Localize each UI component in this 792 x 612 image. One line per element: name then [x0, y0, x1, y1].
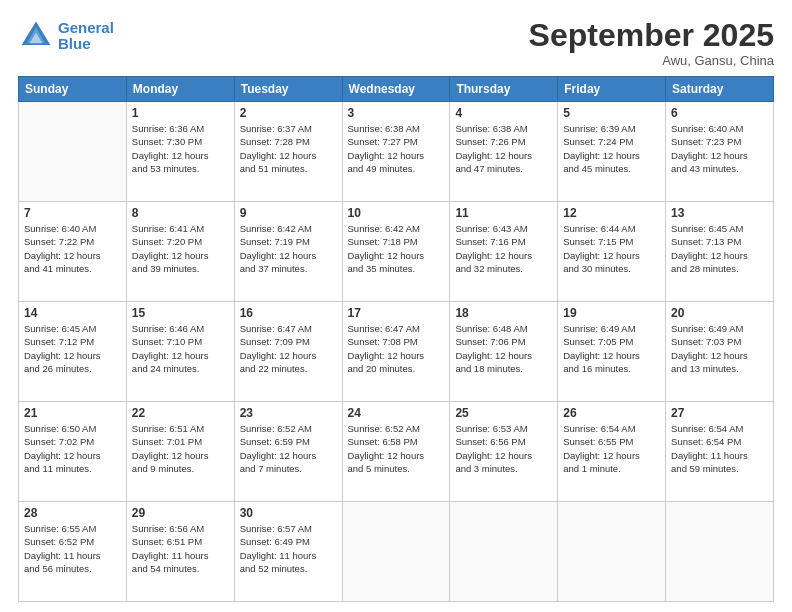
- calendar-week-row: 28Sunrise: 6:55 AM Sunset: 6:52 PM Dayli…: [19, 502, 774, 602]
- calendar-cell: 12Sunrise: 6:44 AM Sunset: 7:15 PM Dayli…: [558, 202, 666, 302]
- day-number: 6: [671, 106, 768, 120]
- calendar-cell: 4Sunrise: 6:38 AM Sunset: 7:26 PM Daylig…: [450, 102, 558, 202]
- day-info: Sunrise: 6:52 AM Sunset: 6:58 PM Dayligh…: [348, 422, 445, 475]
- calendar-day-header: Tuesday: [234, 77, 342, 102]
- day-info: Sunrise: 6:38 AM Sunset: 7:26 PM Dayligh…: [455, 122, 552, 175]
- calendar-cell: 10Sunrise: 6:42 AM Sunset: 7:18 PM Dayli…: [342, 202, 450, 302]
- calendar-cell: [450, 502, 558, 602]
- logo-line1: General: [58, 19, 114, 36]
- day-number: 2: [240, 106, 337, 120]
- day-number: 17: [348, 306, 445, 320]
- calendar-cell: 18Sunrise: 6:48 AM Sunset: 7:06 PM Dayli…: [450, 302, 558, 402]
- day-number: 19: [563, 306, 660, 320]
- day-info: Sunrise: 6:51 AM Sunset: 7:01 PM Dayligh…: [132, 422, 229, 475]
- calendar-cell: 28Sunrise: 6:55 AM Sunset: 6:52 PM Dayli…: [19, 502, 127, 602]
- day-number: 22: [132, 406, 229, 420]
- calendar-cell: 30Sunrise: 6:57 AM Sunset: 6:49 PM Dayli…: [234, 502, 342, 602]
- logo-text: General Blue: [58, 20, 114, 53]
- day-number: 30: [240, 506, 337, 520]
- logo: General Blue: [18, 18, 114, 54]
- day-info: Sunrise: 6:37 AM Sunset: 7:28 PM Dayligh…: [240, 122, 337, 175]
- day-number: 5: [563, 106, 660, 120]
- page: General Blue September 2025 Awu, Gansu, …: [0, 0, 792, 612]
- calendar-cell: 3Sunrise: 6:38 AM Sunset: 7:27 PM Daylig…: [342, 102, 450, 202]
- day-number: 29: [132, 506, 229, 520]
- day-info: Sunrise: 6:39 AM Sunset: 7:24 PM Dayligh…: [563, 122, 660, 175]
- day-number: 4: [455, 106, 552, 120]
- day-number: 20: [671, 306, 768, 320]
- day-info: Sunrise: 6:40 AM Sunset: 7:22 PM Dayligh…: [24, 222, 121, 275]
- day-info: Sunrise: 6:45 AM Sunset: 7:12 PM Dayligh…: [24, 322, 121, 375]
- day-number: 8: [132, 206, 229, 220]
- location: Awu, Gansu, China: [529, 53, 774, 68]
- calendar-cell: 6Sunrise: 6:40 AM Sunset: 7:23 PM Daylig…: [666, 102, 774, 202]
- calendar-cell: 20Sunrise: 6:49 AM Sunset: 7:03 PM Dayli…: [666, 302, 774, 402]
- calendar-cell: [558, 502, 666, 602]
- day-number: 23: [240, 406, 337, 420]
- calendar-day-header: Sunday: [19, 77, 127, 102]
- day-number: 7: [24, 206, 121, 220]
- calendar-cell: 23Sunrise: 6:52 AM Sunset: 6:59 PM Dayli…: [234, 402, 342, 502]
- calendar-cell: 21Sunrise: 6:50 AM Sunset: 7:02 PM Dayli…: [19, 402, 127, 502]
- calendar-cell: 9Sunrise: 6:42 AM Sunset: 7:19 PM Daylig…: [234, 202, 342, 302]
- day-info: Sunrise: 6:42 AM Sunset: 7:19 PM Dayligh…: [240, 222, 337, 275]
- day-number: 25: [455, 406, 552, 420]
- calendar-cell: 27Sunrise: 6:54 AM Sunset: 6:54 PM Dayli…: [666, 402, 774, 502]
- day-info: Sunrise: 6:44 AM Sunset: 7:15 PM Dayligh…: [563, 222, 660, 275]
- calendar-cell: [666, 502, 774, 602]
- title-block: September 2025 Awu, Gansu, China: [529, 18, 774, 68]
- day-info: Sunrise: 6:50 AM Sunset: 7:02 PM Dayligh…: [24, 422, 121, 475]
- calendar-cell: 29Sunrise: 6:56 AM Sunset: 6:51 PM Dayli…: [126, 502, 234, 602]
- day-info: Sunrise: 6:41 AM Sunset: 7:20 PM Dayligh…: [132, 222, 229, 275]
- day-number: 21: [24, 406, 121, 420]
- day-info: Sunrise: 6:38 AM Sunset: 7:27 PM Dayligh…: [348, 122, 445, 175]
- day-info: Sunrise: 6:52 AM Sunset: 6:59 PM Dayligh…: [240, 422, 337, 475]
- calendar-cell: 24Sunrise: 6:52 AM Sunset: 6:58 PM Dayli…: [342, 402, 450, 502]
- day-info: Sunrise: 6:57 AM Sunset: 6:49 PM Dayligh…: [240, 522, 337, 575]
- day-number: 27: [671, 406, 768, 420]
- calendar-cell: [342, 502, 450, 602]
- calendar-day-header: Friday: [558, 77, 666, 102]
- day-number: 3: [348, 106, 445, 120]
- day-info: Sunrise: 6:36 AM Sunset: 7:30 PM Dayligh…: [132, 122, 229, 175]
- calendar-cell: 25Sunrise: 6:53 AM Sunset: 6:56 PM Dayli…: [450, 402, 558, 502]
- day-info: Sunrise: 6:46 AM Sunset: 7:10 PM Dayligh…: [132, 322, 229, 375]
- calendar-cell: [19, 102, 127, 202]
- calendar-day-header: Saturday: [666, 77, 774, 102]
- day-number: 1: [132, 106, 229, 120]
- day-info: Sunrise: 6:40 AM Sunset: 7:23 PM Dayligh…: [671, 122, 768, 175]
- calendar-cell: 14Sunrise: 6:45 AM Sunset: 7:12 PM Dayli…: [19, 302, 127, 402]
- logo-line2: Blue: [58, 35, 91, 52]
- calendar-cell: 8Sunrise: 6:41 AM Sunset: 7:20 PM Daylig…: [126, 202, 234, 302]
- day-info: Sunrise: 6:42 AM Sunset: 7:18 PM Dayligh…: [348, 222, 445, 275]
- day-number: 12: [563, 206, 660, 220]
- calendar-cell: 2Sunrise: 6:37 AM Sunset: 7:28 PM Daylig…: [234, 102, 342, 202]
- day-info: Sunrise: 6:55 AM Sunset: 6:52 PM Dayligh…: [24, 522, 121, 575]
- day-info: Sunrise: 6:43 AM Sunset: 7:16 PM Dayligh…: [455, 222, 552, 275]
- calendar-cell: 22Sunrise: 6:51 AM Sunset: 7:01 PM Dayli…: [126, 402, 234, 502]
- calendar-cell: 11Sunrise: 6:43 AM Sunset: 7:16 PM Dayli…: [450, 202, 558, 302]
- day-info: Sunrise: 6:49 AM Sunset: 7:03 PM Dayligh…: [671, 322, 768, 375]
- day-number: 11: [455, 206, 552, 220]
- day-number: 26: [563, 406, 660, 420]
- calendar-cell: 26Sunrise: 6:54 AM Sunset: 6:55 PM Dayli…: [558, 402, 666, 502]
- calendar-table: SundayMondayTuesdayWednesdayThursdayFrid…: [18, 76, 774, 602]
- calendar-cell: 5Sunrise: 6:39 AM Sunset: 7:24 PM Daylig…: [558, 102, 666, 202]
- calendar-week-row: 14Sunrise: 6:45 AM Sunset: 7:12 PM Dayli…: [19, 302, 774, 402]
- day-number: 18: [455, 306, 552, 320]
- day-number: 24: [348, 406, 445, 420]
- day-number: 10: [348, 206, 445, 220]
- day-number: 16: [240, 306, 337, 320]
- logo-icon: [18, 18, 54, 54]
- day-info: Sunrise: 6:47 AM Sunset: 7:08 PM Dayligh…: [348, 322, 445, 375]
- day-info: Sunrise: 6:54 AM Sunset: 6:55 PM Dayligh…: [563, 422, 660, 475]
- day-info: Sunrise: 6:56 AM Sunset: 6:51 PM Dayligh…: [132, 522, 229, 575]
- month-title: September 2025: [529, 18, 774, 53]
- day-info: Sunrise: 6:49 AM Sunset: 7:05 PM Dayligh…: [563, 322, 660, 375]
- header: General Blue September 2025 Awu, Gansu, …: [18, 18, 774, 68]
- calendar-header-row: SundayMondayTuesdayWednesdayThursdayFrid…: [19, 77, 774, 102]
- calendar-week-row: 1Sunrise: 6:36 AM Sunset: 7:30 PM Daylig…: [19, 102, 774, 202]
- day-info: Sunrise: 6:47 AM Sunset: 7:09 PM Dayligh…: [240, 322, 337, 375]
- day-info: Sunrise: 6:54 AM Sunset: 6:54 PM Dayligh…: [671, 422, 768, 475]
- day-number: 13: [671, 206, 768, 220]
